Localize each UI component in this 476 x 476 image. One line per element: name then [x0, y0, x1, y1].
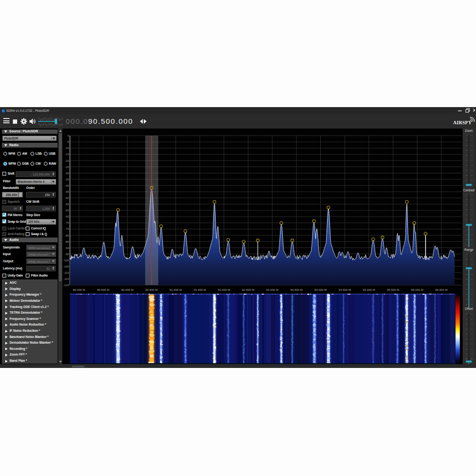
svg-text:-115: -115: [63, 278, 69, 280]
svg-text:-25: -25: [65, 166, 69, 169]
svg-text:92.000 M: 92.000 M: [218, 288, 230, 291]
svg-text:-10: -10: [65, 147, 69, 149]
svg-text:-100: -100: [63, 259, 69, 262]
svg-text:96.000 M: 96.000 M: [411, 288, 424, 291]
svg-text:-45: -45: [65, 190, 69, 193]
svg-text:-5: -5: [67, 140, 69, 143]
svg-text:95.000 M: 95.000 M: [363, 288, 375, 291]
svg-text:-20: -20: [65, 159, 69, 162]
svg-text:89.500 M: 89.500 M: [97, 288, 109, 291]
svg-text:-65: -65: [65, 215, 69, 218]
svg-text:0: 0: [68, 134, 69, 137]
svg-text:90.000 M: 90.000 M: [121, 288, 134, 291]
svg-text:-40: -40: [65, 184, 69, 187]
svg-text:94.000 M: 94.000 M: [315, 288, 327, 291]
svg-text:-75: -75: [65, 228, 69, 230]
svg-text:-55: -55: [65, 203, 69, 206]
svg-text:-120: -120: [63, 284, 69, 287]
svg-text:-105: -105: [63, 265, 69, 268]
svg-text:-85: -85: [65, 240, 69, 243]
svg-text:92.500 M: 92.500 M: [242, 288, 254, 291]
svg-text:93.500 M: 93.500 M: [290, 288, 303, 291]
svg-text:-110: -110: [63, 271, 69, 274]
svg-text:-95: -95: [65, 253, 69, 256]
svg-text:-80: -80: [65, 234, 69, 237]
svg-text:91.500 M: 91.500 M: [194, 288, 206, 291]
svg-text:-15: -15: [65, 153, 69, 156]
svg-text:-35: -35: [65, 178, 69, 181]
svg-text:89.000 M: 89.000 M: [73, 288, 85, 291]
svg-text:-90: -90: [65, 247, 69, 249]
svg-text:-50: -50: [65, 197, 69, 199]
svg-text:94.500 M: 94.500 M: [338, 288, 351, 291]
svg-text:90.500 M: 90.500 M: [145, 288, 158, 291]
svg-text:95.500 M: 95.500 M: [387, 288, 399, 291]
svg-text:-70: -70: [65, 221, 69, 224]
svg-text:-30: -30: [65, 172, 69, 175]
svg-text:96.500 M: 96.500 M: [435, 288, 447, 291]
svg-text:93.000 M: 93.000 M: [266, 288, 278, 291]
svg-text:-60: -60: [65, 209, 69, 212]
svg-text:91.000 M: 91.000 M: [169, 288, 182, 291]
